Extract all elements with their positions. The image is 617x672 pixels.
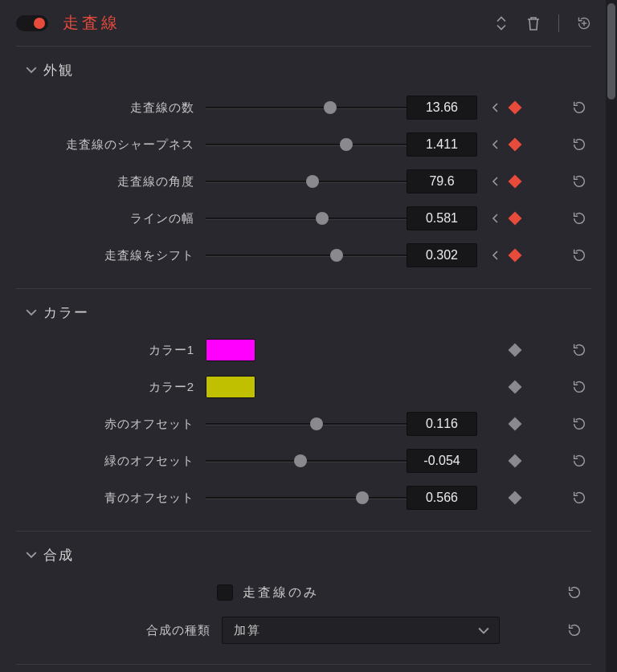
keyframe-diamond-icon[interactable] — [509, 344, 522, 357]
value-input[interactable]: 0.581 — [407, 206, 477, 230]
keyframe-diamond-icon[interactable] — [509, 138, 522, 152]
slider[interactable] — [206, 100, 407, 116]
param-label: 走査線のシャープネス — [16, 137, 206, 153]
param-row: 走査線のシャープネス1.411 — [16, 126, 591, 163]
keyframe-diamond-icon[interactable] — [509, 491, 522, 505]
param-row-color1: カラー1 — [16, 332, 591, 369]
value-input[interactable]: 0.302 — [407, 243, 477, 267]
slider-thumb[interactable] — [324, 101, 337, 114]
slider-thumb[interactable] — [306, 175, 319, 188]
slider-track — [206, 218, 407, 220]
keyframe-diamond-icon[interactable] — [509, 175, 522, 189]
enable-toggle[interactable] — [16, 15, 48, 31]
param-row-scanlines-only: 走査線のみ — [16, 574, 591, 611]
keyframe-diamond-icon[interactable] — [509, 454, 522, 468]
param-row: 走査線をシフト0.302 — [16, 237, 591, 274]
section-composite: 合成 走査線のみ 合成の種類 加算 — [16, 531, 591, 665]
param-row: 走査線の数13.66 — [16, 89, 591, 126]
value-input[interactable]: -0.054 — [407, 449, 477, 473]
toggle-knob — [34, 18, 45, 29]
color-swatch-1[interactable] — [206, 339, 255, 361]
param-row: 走査線の角度79.6 — [16, 163, 591, 200]
param-label: 走査線の数 — [16, 100, 206, 116]
keyframe-diamond-icon[interactable] — [509, 212, 522, 226]
value-input[interactable]: 0.116 — [407, 412, 477, 436]
param-row-color2: カラー2 — [16, 369, 591, 405]
param-label: 緑のオフセット — [16, 454, 206, 469]
reset-icon[interactable] — [566, 584, 582, 601]
reset-icon[interactable] — [571, 379, 587, 395]
section-appearance: 外観 走査線の数13.66走査線のシャープネス1.411走査線の角度79.6ライ… — [16, 47, 591, 289]
slider[interactable] — [206, 453, 407, 469]
slider-thumb[interactable] — [316, 212, 329, 225]
reset-icon[interactable] — [571, 136, 587, 153]
param-label: 合成の種類 — [16, 623, 222, 638]
slider[interactable] — [206, 136, 407, 153]
add-preset-icon[interactable] — [577, 16, 591, 31]
param-row: 緑のオフセット-0.054 — [16, 442, 591, 479]
color-swatch-2[interactable] — [206, 376, 255, 398]
prev-keyframe-icon[interactable] — [492, 214, 500, 223]
value-input[interactable]: 1.411 — [407, 132, 477, 157]
keyframe-diamond-icon[interactable] — [509, 381, 522, 394]
slider-thumb[interactable] — [310, 417, 323, 430]
prev-keyframe-icon[interactable] — [492, 103, 500, 112]
param-row-composite-type: 合成の種類 加算 — [16, 611, 591, 650]
slider-thumb[interactable] — [330, 249, 343, 262]
keyframe-diamond-icon[interactable] — [509, 101, 522, 115]
param-label: ラインの幅 — [16, 211, 206, 226]
reset-icon[interactable] — [571, 490, 587, 506]
checkbox-label: 走査線のみ — [243, 584, 558, 601]
slider-thumb[interactable] — [356, 491, 369, 504]
slider-thumb[interactable] — [340, 138, 353, 151]
slider[interactable] — [206, 490, 407, 506]
slider[interactable] — [206, 173, 407, 189]
param-label: 走査線の角度 — [16, 174, 206, 189]
effect-header: 走査線 — [16, 0, 591, 47]
keyframe-diamond-icon[interactable] — [509, 417, 522, 431]
reorder-icon[interactable] — [494, 16, 509, 31]
prev-keyframe-icon[interactable] — [492, 250, 500, 260]
slider-track — [206, 255, 407, 257]
slider[interactable] — [206, 210, 407, 226]
param-row: 赤のオフセット0.116 — [16, 405, 591, 442]
chevron-down-icon — [26, 65, 37, 76]
reset-icon[interactable] — [571, 453, 587, 469]
slider-track — [206, 423, 407, 426]
param-row: 青のオフセット0.566 — [16, 479, 591, 516]
section-title: 合成 — [43, 546, 74, 564]
slider-track — [206, 497, 407, 499]
param-row: ラインの幅0.581 — [16, 200, 591, 237]
prev-keyframe-icon[interactable] — [492, 140, 500, 149]
scrollbar[interactable] — [606, 0, 617, 672]
section-header-color[interactable]: カラー — [16, 300, 591, 332]
section-title: 外観 — [43, 61, 74, 79]
keyframe-diamond-icon[interactable] — [509, 249, 522, 263]
slider[interactable] — [206, 247, 407, 263]
value-input[interactable]: 0.566 — [407, 486, 477, 510]
param-label: 走査線をシフト — [16, 248, 206, 263]
reset-icon[interactable] — [571, 342, 587, 358]
reset-icon[interactable] — [571, 416, 587, 432]
scanlines-only-checkbox[interactable] — [217, 584, 233, 601]
section-global-blend: Global Blend — [16, 665, 591, 672]
scrollbar-thumb[interactable] — [607, 3, 615, 100]
section-header-composite[interactable]: 合成 — [16, 543, 591, 574]
section-title: カラー — [43, 303, 89, 322]
reset-icon[interactable] — [571, 100, 587, 116]
prev-keyframe-icon[interactable] — [492, 177, 500, 186]
composite-type-dropdown[interactable]: 加算 — [222, 617, 500, 644]
slider[interactable] — [206, 416, 407, 432]
value-input[interactable]: 13.66 — [407, 96, 477, 120]
param-label: カラー2 — [16, 380, 206, 395]
section-header-appearance[interactable]: 外観 — [16, 58, 591, 89]
chevron-down-icon — [478, 624, 489, 637]
param-label: 青のオフセット — [16, 491, 206, 506]
reset-icon[interactable] — [566, 622, 582, 638]
reset-icon[interactable] — [571, 247, 587, 263]
trash-icon[interactable] — [526, 16, 541, 31]
reset-icon[interactable] — [571, 173, 587, 189]
slider-thumb[interactable] — [294, 454, 307, 467]
reset-icon[interactable] — [571, 210, 587, 226]
value-input[interactable]: 79.6 — [407, 169, 477, 193]
